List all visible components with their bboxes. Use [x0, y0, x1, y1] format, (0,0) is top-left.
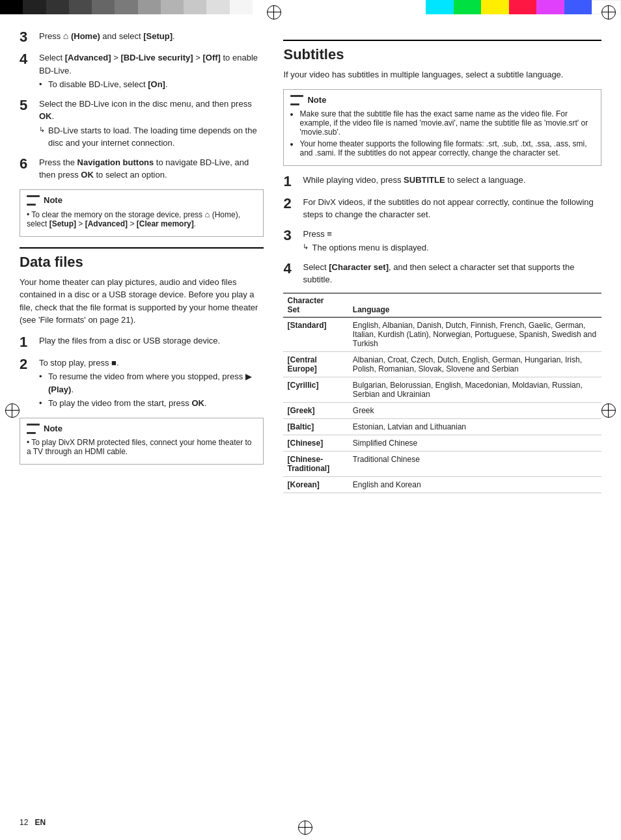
page-content: 3 Press ⌂ (Home) and select [Setup]. 4 S… [20, 29, 601, 820]
sub-step-1: 1 While playing video, press SUBTITLE to… [283, 174, 601, 189]
note-2-icon [27, 424, 40, 434]
step-5-text: Select the BD-Live icon in the disc menu… [39, 99, 252, 122]
grayscale-bars [0, 0, 253, 14]
note-icon [27, 195, 40, 206]
subtitles-note-header: Note [290, 95, 594, 105]
subtitles-note-box: Note Make sure that the subtitle file ha… [283, 89, 601, 166]
data-step-2-text: To stop play, press ■. [39, 358, 119, 368]
step-6: 6 Press the Navigation buttons to naviga… [20, 156, 264, 182]
page-lang: EN [34, 818, 46, 827]
table-row: [Standard]English, Albanian, Danish, Dut… [283, 317, 601, 351]
subtitles-note-label: Note [307, 95, 326, 105]
step-3-number: 3 [20, 29, 34, 45]
note-1-text: • To clear the memory on the storage dev… [27, 210, 256, 228]
step-6-text: Press the Navigation buttons to navigate… [39, 157, 249, 180]
sub-step-3-number: 3 [283, 228, 297, 243]
table-header-charset: CharacterSet [283, 293, 348, 317]
data-step-1-text: Play the files from a disc or USB storag… [39, 336, 220, 345]
data-step-2-bullet2: To play the video from the start, press … [39, 397, 264, 410]
bar-mid1 [92, 0, 115, 14]
sub-step-1-text: While playing video, press SUBTITLE to s… [303, 175, 525, 185]
bar-light2 [184, 0, 206, 14]
sub-step-2-number: 2 [283, 196, 297, 211]
step-3-setup: [Setup] [143, 31, 172, 41]
step-5-subbullet: BD-Live starts to load. The loading time… [39, 124, 264, 150]
step-4-text: Select [Advanced] > [BD-Live security] >… [39, 53, 258, 75]
step-5-number: 5 [20, 98, 34, 113]
bar-black [0, 0, 23, 14]
subtitles-note-icon [290, 95, 303, 105]
language-cell: Greek [349, 402, 601, 418]
reg-mark-right [601, 403, 616, 418]
reg-mark-bottom [298, 820, 312, 835]
bar-mid3 [138, 0, 161, 14]
charset-cell: [Standard] [283, 317, 348, 351]
bar-dark2 [46, 0, 69, 14]
step-4-number: 4 [20, 51, 34, 67]
bar-yellow [481, 0, 509, 14]
step-6-number: 6 [20, 156, 34, 172]
bar-cyan [426, 0, 454, 14]
data-step-1-content: Play the files from a disc or USB storag… [39, 334, 264, 347]
table-row: [Greek]Greek [283, 402, 601, 418]
step-3-home: (Home) [71, 31, 100, 41]
charset-cell: [Chinese] [283, 435, 348, 451]
note-2-header: Note [27, 424, 256, 434]
table-row: [Cyrillic]Bulgarian, Belorussian, Englis… [283, 377, 601, 402]
step-4-content: Select [Advanced] > [BD-Live security] >… [39, 51, 264, 91]
sub-step-2-content: For DivX videos, if the subtitles do not… [303, 196, 601, 221]
charset-cell: [Central Europe] [283, 351, 348, 377]
table-row: [Chinese]Simplified Chinese [283, 435, 601, 451]
data-step-2: 2 To stop play, press ■. To resume the v… [20, 357, 264, 410]
table-header-language: Language [349, 293, 601, 317]
table-row: [Korean]English and Korean [283, 476, 601, 493]
table-row: [Chinese-Traditional]Traditional Chinese [283, 451, 601, 476]
page-footer: 12 EN [20, 818, 46, 827]
language-cell: Estonian, Latvian and Lithuanian [349, 418, 601, 435]
step-6-content: Press the Navigation buttons to navigate… [39, 156, 264, 182]
sub-step-1-number: 1 [283, 174, 297, 189]
step-4-bullet: To disable BD-Live, select [On]. [39, 78, 264, 91]
subtitles-note-item-2: Your home theater supports the following… [299, 139, 594, 157]
right-column: Subtitles If your video has subtitles in… [283, 29, 601, 820]
bar-dark3 [69, 0, 92, 14]
charset-cell: [Chinese-Traditional] [283, 451, 348, 476]
language-cell: Albanian, Croat, Czech, Dutch, English, … [349, 351, 601, 377]
reg-mark-top-right [601, 5, 616, 20]
sub-step-3-content: Press ≡ The options menu is displayed. [303, 228, 601, 254]
bar-dark1 [23, 0, 46, 14]
step-3: 3 Press ⌂ (Home) and select [Setup]. [20, 29, 264, 45]
charset-cell: [Cyrillic] [283, 377, 348, 402]
language-cell: Traditional Chinese [349, 451, 601, 476]
step-4: 4 Select [Advanced] > [BD-Live security]… [20, 51, 264, 91]
sub-step-4-content: Select [Character set], and then select … [303, 261, 601, 286]
subtitles-note-item-1: Make sure that the subtitle file has the… [299, 109, 594, 137]
color-bars-right [426, 0, 621, 14]
data-files-desc: Your home theater can play pictures, aud… [20, 276, 264, 327]
sub-step-4-number: 4 [283, 261, 297, 277]
page-number: 12 [20, 818, 28, 827]
step-5-content: Select the BD-Live icon in the disc menu… [39, 98, 264, 150]
sub-step-3-subbullet: The options menu is displayed. [303, 241, 601, 254]
data-step-2-number: 2 [20, 357, 34, 372]
note-2-text: • To play DivX DRM protected files, conn… [27, 438, 256, 456]
sub-step-4: 4 Select [Character set], and then selec… [283, 261, 601, 286]
language-cell: English, Albanian, Danish, Dutch, Finnis… [349, 317, 601, 351]
note-1-label: Note [44, 195, 62, 205]
table-row: [Baltic]Estonian, Latvian and Lithuanian [283, 418, 601, 435]
sub-step-2-text: For DivX videos, if the subtitles do not… [303, 197, 593, 220]
bar-green [454, 0, 482, 14]
charset-cell: [Korean] [283, 476, 348, 493]
bar-white [230, 0, 253, 14]
table-row: [Central Europe]Albanian, Croat, Czech, … [283, 351, 601, 377]
bar-red [509, 0, 537, 14]
bar-blue [564, 0, 592, 14]
sub-step-3-text: Press ≡ [303, 229, 331, 239]
data-step-2-bullet1: To resume the video from where you stopp… [39, 370, 264, 396]
data-step-2-content: To stop play, press ■. To resume the vid… [39, 357, 264, 410]
note-box-2: Note • To play DivX DRM protected files,… [20, 418, 264, 465]
note-2-label: Note [44, 424, 62, 433]
bar-light3 [206, 0, 229, 14]
step-3-text: Press ⌂ (Home) and select [Setup]. [39, 31, 175, 41]
reg-mark-top-left [267, 5, 281, 20]
